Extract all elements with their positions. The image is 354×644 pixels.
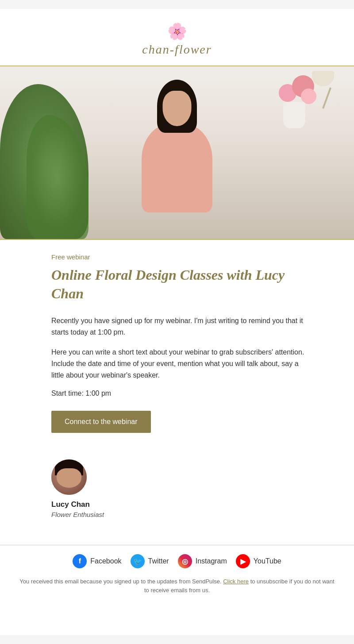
footer: f Facebook 🐦 Twitter ◎ Instagram ▶ YouTu…: [0, 545, 354, 603]
lamp-shade: [312, 71, 334, 86]
facebook-icon: f: [73, 554, 87, 568]
logo-flower-icon: 🌸: [9, 22, 345, 41]
twitter-link[interactable]: 🐦 Twitter: [131, 554, 169, 568]
instagram-label: Instagram: [196, 557, 227, 565]
instagram-link[interactable]: ◎ Instagram: [178, 554, 227, 568]
facebook-label: Facebook: [90, 557, 121, 565]
person-figure: [115, 71, 239, 239]
event-title: Online Floral Design Classes with Lucy C…: [51, 266, 310, 303]
hero-image: [0, 66, 354, 239]
logo-text: chan-flower: [142, 42, 212, 56]
connect-webinar-button[interactable]: Connect to the webinar: [51, 411, 151, 433]
event-label: Free webinar: [51, 253, 310, 261]
youtube-label: YouTube: [254, 557, 281, 565]
disclaimer-text: You received this email because you sign…: [19, 578, 221, 585]
youtube-icon: ▶: [236, 554, 250, 568]
intro-paragraph: Recently you have signed up for my webin…: [51, 315, 310, 338]
lamp-pole: [322, 87, 331, 108]
author-name: Lucy Chan: [51, 500, 90, 509]
instagram-icon: ◎: [178, 554, 192, 568]
youtube-link[interactable]: ▶ YouTube: [236, 554, 281, 568]
lamp-decoration: [310, 71, 336, 115]
author-title: Flower Enthusiast: [51, 511, 104, 518]
hero-image-container: [0, 66, 354, 240]
avatar-skin: [57, 468, 81, 488]
main-content: Free webinar Online Floral Design Classe…: [0, 240, 354, 545]
description-paragraph: Here you can write a short text about yo…: [51, 347, 310, 381]
header: 🌸 chan-flower: [0, 9, 354, 66]
vase: [283, 102, 305, 128]
person-body: [142, 124, 212, 212]
email-container: 🌸 chan-flower: [0, 9, 354, 635]
facebook-link[interactable]: f Facebook: [73, 554, 121, 568]
footer-disclaimer: You received this email because you sign…: [0, 577, 354, 594]
start-time: Start time: 1:00 pm: [51, 389, 310, 397]
author-section: Lucy Chan Flower Enthusiast: [51, 451, 310, 532]
unsubscribe-link[interactable]: Click here: [223, 578, 249, 585]
avatar: [51, 459, 87, 495]
person-face: [163, 91, 192, 126]
twitter-icon: 🐦: [131, 554, 145, 568]
twitter-label: Twitter: [148, 557, 169, 565]
social-links-container: f Facebook 🐦 Twitter ◎ Instagram ▶ YouTu…: [0, 554, 354, 568]
